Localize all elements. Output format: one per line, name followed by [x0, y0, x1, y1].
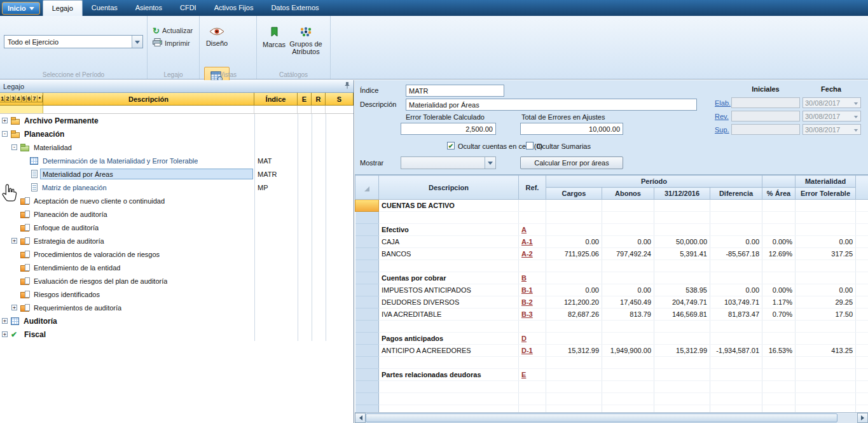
hide-sumarias-checkbox[interactable]	[526, 142, 534, 149]
scroll-right-arrow[interactable]	[857, 413, 868, 423]
row-selector[interactable]	[355, 296, 379, 309]
table-row[interactable]: Pagos anticipadosD	[355, 333, 868, 345]
scrollbar-thumb[interactable]	[366, 413, 837, 422]
tree-item-label[interactable]: Estrategia de auditoría	[34, 237, 104, 245]
rev-date-field[interactable]: 30/08/2017	[803, 111, 861, 121]
tab-cfdi[interactable]: CFDI	[171, 0, 205, 16]
cell-ref[interactable]: B-2	[519, 296, 546, 309]
elab-link[interactable]: Elab.	[715, 99, 731, 107]
table-row[interactable]: CAJAA-10.000.0050,000.000.000.00%0.00	[355, 236, 868, 248]
level-col[interactable]: 4	[16, 95, 21, 102]
chevron-down-icon[interactable]	[132, 36, 142, 48]
error-tolerable-field[interactable]: 2,500.00	[401, 123, 496, 135]
sup-link[interactable]: Sup.	[715, 126, 729, 134]
header-r[interactable]: R	[312, 93, 326, 106]
sup-initials-field[interactable]	[731, 124, 800, 135]
col-group-periodo[interactable]: Período	[546, 176, 762, 188]
scroll-left-arrow[interactable]	[355, 413, 366, 423]
rev-link[interactable]: Rev.	[715, 113, 729, 120]
tab-activos-fijos[interactable]: Activos Fijos	[205, 0, 263, 16]
select-all-corner[interactable]	[355, 176, 379, 200]
cell-ref[interactable]: A	[519, 224, 546, 236]
cell-descripcion[interactable]	[379, 212, 519, 224]
cell-descripcion[interactable]: IVA ACREDITABLE	[379, 309, 519, 321]
row-selector[interactable]	[355, 212, 379, 224]
cell-descripcion[interactable]	[379, 357, 519, 369]
tree-item[interactable]: Matriz de planeaciónMP	[0, 181, 354, 194]
rev-initials-field[interactable]	[731, 111, 800, 121]
inicio-button[interactable]: Inicio	[2, 2, 40, 15]
table-row[interactable]: BANCOSA-2711,925.06797,492.245,391.41-85…	[355, 248, 868, 260]
tree-item-label[interactable]: Aceptación de nuevo cliente o continuida…	[34, 197, 165, 205]
row-selector[interactable]	[355, 369, 379, 381]
cell-descripcion[interactable]	[379, 381, 519, 393]
filter-indice[interactable]	[254, 106, 298, 113]
period-combo[interactable]: Todo el Ejercicio	[4, 35, 143, 48]
table-row[interactable]	[355, 357, 868, 369]
level-col[interactable]: *	[38, 95, 43, 102]
level-col[interactable]: 5	[22, 95, 27, 102]
row-selector[interactable]	[355, 321, 379, 333]
cell-descripcion[interactable]: ANTICIPO A ACREEDORES	[379, 345, 519, 357]
tree-item[interactable]: Determinación de la Materialidad y Error…	[0, 154, 354, 167]
cell-ref[interactable]: B-3	[519, 309, 546, 321]
cell-ref[interactable]: B-1	[519, 284, 546, 296]
row-selector[interactable]	[355, 224, 379, 236]
header-indice[interactable]: Índice	[254, 93, 298, 106]
row-selector[interactable]	[355, 248, 379, 260]
col-header-diferencia[interactable]: Diferencia	[710, 188, 762, 200]
diseno-button[interactable]: Diseño	[204, 22, 230, 63]
imprimir-button[interactable]: Imprimir	[151, 36, 195, 50]
current-row-marker[interactable]	[355, 200, 379, 212]
row-selector[interactable]	[355, 345, 379, 357]
expand-plus-icon[interactable]: +	[11, 238, 17, 244]
cell-descripcion[interactable]: Partes relacionadas deudoras	[379, 369, 519, 381]
cell-ref[interactable]: D-1	[519, 345, 546, 357]
table-row[interactable]	[355, 381, 868, 393]
row-selector[interactable]	[355, 272, 379, 284]
tab-cuentas[interactable]: Cuentas	[83, 0, 127, 16]
tab-asientos[interactable]: Asientos	[127, 0, 171, 16]
tree-item-label[interactable]: Riesgos identificados	[34, 291, 100, 298]
table-row[interactable]: IMPUESTOS ANTICIPADOSB-10.000.00538.950.…	[355, 284, 868, 296]
elab-initials-field[interactable]	[731, 97, 800, 108]
cell-descripcion[interactable]: Efectivo	[379, 224, 519, 236]
tree-item[interactable]: +Auditoría	[0, 314, 354, 328]
cell-descripcion[interactable]	[379, 321, 519, 333]
filter-s[interactable]	[326, 106, 354, 113]
header-e[interactable]: E	[298, 93, 312, 106]
tab-legajo[interactable]: Legajo	[43, 0, 83, 16]
marcas-button[interactable]: Marcas	[261, 22, 287, 63]
cell-descripcion[interactable]	[379, 393, 519, 405]
cell-descripcion[interactable]: BANCOS	[379, 248, 519, 260]
tree-item-label[interactable]: Evaluación de riesgos del plan de audito…	[34, 277, 167, 285]
calcular-error-button[interactable]: Calcular Error por áreas	[520, 156, 623, 169]
cell-ref[interactable]: A-1	[519, 236, 546, 248]
tree-item-label[interactable]: Planeación de auditoría	[34, 211, 107, 218]
cell-descripcion[interactable]: CAJA	[379, 236, 519, 248]
indice-field[interactable]: MATR	[406, 85, 504, 97]
row-selector[interactable]	[355, 333, 379, 345]
row-selector[interactable]	[355, 357, 379, 369]
expand-plus-icon[interactable]: +	[11, 305, 17, 310]
pin-icon[interactable]	[344, 81, 350, 91]
tree-item[interactable]: Riesgos identificados	[0, 288, 354, 301]
hide-sumarias-label[interactable]: Ocultar Sumarias	[537, 142, 591, 150]
tree-item[interactable]: Evaluación de riesgos del plan de audito…	[0, 274, 354, 288]
row-selector[interactable]	[355, 405, 379, 413]
tree-item[interactable]: Entendimiento de la entidad	[0, 261, 354, 274]
tree-item-label[interactable]: Fiscal	[24, 330, 46, 339]
row-selector[interactable]	[355, 381, 379, 393]
tree-item-label[interactable]: Determinación de la Materialidad y Error…	[43, 157, 198, 165]
tree-item-label[interactable]: Matriz de planeación	[42, 184, 107, 191]
descripcion-field[interactable]: Materialidad por Áreas	[406, 99, 697, 111]
tree-item-label[interactable]: Archivo Permanente	[24, 116, 99, 125]
elab-date-field[interactable]: 30/08/2017	[803, 97, 861, 108]
cell-descripcion[interactable]: IMPUESTOS ANTICIPADOS	[379, 284, 519, 296]
col-header-ref[interactable]: Ref.	[519, 176, 546, 200]
tree-item[interactable]: Planeación de auditoría	[0, 207, 354, 221]
header-descripcion[interactable]: Descripción	[43, 93, 254, 106]
filter-descripcion[interactable]	[43, 106, 254, 113]
tree-item[interactable]: -Planeación	[0, 127, 354, 141]
tree-item[interactable]: +Requerimientos de auditoría	[0, 301, 354, 314]
